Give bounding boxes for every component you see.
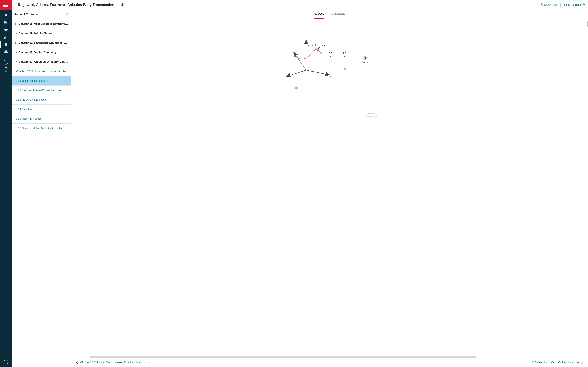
nav-expand[interactable] [0,359,12,366]
show-help-button[interactable]: Show Help [540,3,557,7]
content-panel: eBOOKNOTEBOOK [71,10,588,367]
chevron-right-icon [15,23,17,25]
chevron-right-icon [15,42,17,44]
next-page-link[interactable]: 13.2 Calculus of Vector-Valued Functions [531,361,583,364]
svg-line-15 [294,53,306,70]
scrollbar-horizontal[interactable] [90,356,586,358]
chapter-row[interactable]: Chapter 10: Infinite Series [12,29,71,38]
figure-box[interactable]: z y x Path of particle r(t) yz xz [280,21,380,120]
chevron-down-icon [15,61,17,63]
content-tabs: eBOOKNOTEBOOK [71,10,588,19]
view-plane-xz[interactable]: xz [343,51,346,59]
chapter-label: Chapter 12: Vector Geometry [18,51,56,54]
svg-rect-2 [7,35,7,39]
nav-separator [3,57,9,57]
vector-label: r(t) [294,51,298,55]
section-label: 13.5 Motion in 3-Space [16,117,42,120]
grad-cap-icon [4,28,8,31]
svg-line-13 [306,70,329,75]
chapter-row[interactable]: Chapter 13: Calculus Of Vector-Valued … [12,57,71,67]
chapter-row[interactable]: Chapter 12: Vector Geometry [12,48,71,57]
content-body: z y x Path of particle r(t) yz xz [71,19,588,358]
axis-z-label: z [305,38,307,42]
chevron-right-circle-icon [3,360,8,364]
chevron-right-icon [581,361,583,364]
toc-title: Table of Contents [15,13,38,16]
help-circle-icon [540,3,543,7]
section-row[interactable]: 13.2 Calculus of Vector-Valued Functions [12,86,71,95]
section-row[interactable]: 13.5 Motion in 3-Space [12,114,71,124]
section-label: 13.1 Vector-Valued Functions [16,80,48,82]
svg-point-5 [4,50,6,52]
axis-x-label: x [287,75,288,78]
scrollbar-vertical[interactable] [587,21,588,27]
path-label: Path of particle [307,44,326,47]
content-tab[interactable]: NOTEBOOK [329,12,345,18]
folder-icon [4,21,8,24]
svg-point-11 [541,5,541,6]
nav-home[interactable] [0,11,12,19]
nav-add[interactable] [0,58,12,66]
nav-folder[interactable] [0,19,12,26]
nav-grades[interactable] [0,26,12,33]
chapter-row[interactable]: Chapter 9: Introduction to Differential … [12,19,71,29]
chapter-row[interactable]: Chapter 11: Parametric Equations, Pol… [12,38,71,48]
powered-by: powered by desmos [365,113,377,119]
user-name: Holly Fairbanks [564,3,582,6]
chapter-label: Chapter 13: Calculus Of Vector-Valued … [18,60,69,63]
nav-swap[interactable] [0,66,12,73]
people-icon [4,50,8,53]
page-nav: Chapter 13 Calculus of Vector-Valued Fun… [71,358,588,367]
figure-svg [280,21,380,121]
home-icon [4,13,8,17]
svg-rect-0 [4,37,5,39]
nav-analytics[interactable] [0,33,12,41]
svg-rect-4 [5,43,5,46]
section-row[interactable]: 13.1 Vector-Valued Functions [12,76,71,86]
section-label: 13.6 Planetary Motion According to Keple… [16,127,69,130]
nav-people[interactable] [0,48,12,55]
bar-chart-icon [4,35,8,39]
svg-line-14 [287,70,306,76]
vertical-nav [0,0,12,367]
view-button[interactable]: View [362,56,368,64]
chevron-right-icon [15,51,17,53]
svg-point-9 [4,360,8,364]
user-menu[interactable]: Holly Fairbanks [564,3,585,6]
section-label: Chapter 13 Calculus of Vector-Valued Fun… [16,70,69,73]
caret-down-icon [583,4,585,6]
book-title: Rogawski, Adams, Franzosa: Calculus Earl… [18,3,125,7]
content-tab[interactable]: eBOOK [314,12,324,18]
svg-point-8 [4,67,8,72]
axis-y-label: y [330,74,331,77]
chevron-right-icon [15,33,17,34]
svg-rect-1 [6,36,6,39]
toc-header: Table of Contents [12,10,71,19]
chapter-label: Chapter 11: Parametric Equations, Pol… [18,41,69,44]
section-label: 13.4 Curvature [16,108,33,111]
view-plane-xy[interactable]: xy [343,65,346,72]
time-slider[interactable] [296,88,324,88]
close-icon [65,13,68,16]
section-row[interactable]: Chapter 13 Calculus of Vector-Valued Fun… [12,67,71,76]
toc-list[interactable]: Chapter 9: Introduction to Differential … [12,19,71,367]
section-label: 13.2 Calculus of Vector-Valued Functions [16,89,61,92]
brand-logo[interactable] [0,0,12,10]
section-label: 13.3 Arc Length and Speed [16,99,46,101]
svg-point-6 [6,50,7,52]
chapter-label: Chapter 9: Introduction to Differential … [18,22,69,25]
view-plane-yz[interactable]: yz [329,51,332,59]
chapter-label: Chapter 10: Infinite Series [18,32,52,35]
chevron-left-icon [76,361,78,364]
prev-page-link[interactable]: Chapter 13 Calculus of Vector-Valued Fun… [76,361,150,364]
section-row[interactable]: 13.3 Arc Length and Speed [12,95,71,105]
section-row[interactable]: 13.4 Curvature [12,105,71,114]
section-row[interactable]: 13.6 Planetary Motion According to Keple… [12,124,71,133]
topbar: Rogawski, Adams, Franzosa: Calculus Earl… [12,0,588,10]
toc-close-button[interactable] [65,13,68,16]
logo-icon [3,3,9,7]
help-label: Show Help [544,3,557,6]
swap-circle-icon [3,67,8,72]
plus-circle-icon [3,60,8,65]
nav-ebook[interactable] [0,41,12,48]
